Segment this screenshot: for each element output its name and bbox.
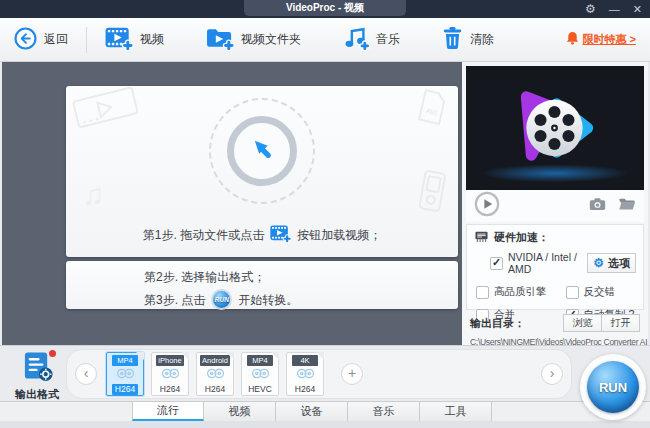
- toolbar-divider: [86, 27, 87, 53]
- run-button[interactable]: RUN: [587, 361, 639, 413]
- tab-music[interactable]: 音乐: [348, 402, 420, 421]
- titlebar: VideoProc - 视频 ⚙ — ✕: [0, 0, 650, 18]
- tab-video[interactable]: 视频: [204, 402, 276, 421]
- video-add-icon: [105, 26, 133, 54]
- output-directory-section: 输出目录： 浏览 打开 C:\Users\NINGMEI\Videos\Vide…: [470, 314, 640, 347]
- format-card-mp4-hevc[interactable]: MP4 HEVC: [241, 352, 279, 396]
- music-add-icon: [343, 26, 369, 54]
- add-music-button[interactable]: 音乐: [343, 26, 400, 54]
- load-circle-ring: [227, 116, 297, 186]
- promo-link[interactable]: 限时特惠 >: [566, 31, 636, 49]
- output-format-button[interactable]: 输出格式: [10, 351, 64, 402]
- output-format-doc-icon: [21, 368, 54, 385]
- reel-icon: [116, 366, 135, 384]
- clear-button[interactable]: 清除: [442, 26, 494, 53]
- main-workspace: AVI ♫ 第1步. 拖动文件或点击 按钮加载视频； 第2步. 选择输出格式； …: [2, 62, 462, 345]
- options-button[interactable]: ⚙ 选项: [587, 253, 636, 273]
- watermark-avi-file-icon: AVI: [414, 87, 450, 130]
- run-mini-icon: RUN: [211, 289, 232, 310]
- tab-device[interactable]: 设备: [276, 402, 348, 421]
- add-format-button[interactable]: +: [341, 363, 363, 385]
- preview-screen: [466, 66, 644, 190]
- bell-icon: [566, 31, 579, 49]
- output-directory-label: 输出目录：: [470, 316, 525, 331]
- format-card-mp4-h264[interactable]: MP4 H264: [106, 352, 144, 396]
- close-button[interactable]: ✕: [633, 0, 642, 18]
- checkbox-deinterlace[interactable]: 反交错: [566, 285, 636, 299]
- toolbar: 返回 视频 视频文件夹 音乐 清除 限时特惠 >: [0, 18, 650, 62]
- load-video-circle-button[interactable]: [209, 98, 315, 204]
- scroll-left-button[interactable]: ‹: [75, 363, 97, 385]
- format-tray: ‹ MP4 H264 iPhone H264 Android H264 MP4 …: [66, 349, 572, 399]
- svg-text:AVI: AVI: [425, 106, 438, 117]
- open-button[interactable]: 打开: [601, 314, 640, 332]
- add-video-folder-button[interactable]: 视频文件夹: [206, 26, 301, 54]
- back-arrow-icon: [14, 27, 37, 53]
- format-card-4k-h264[interactable]: 4K H264: [286, 352, 324, 396]
- checkbox-high-quality-engine[interactable]: 高品质引擎: [476, 285, 566, 299]
- play-button[interactable]: [474, 191, 500, 221]
- run-button-housing: RUN: [580, 354, 646, 420]
- back-button[interactable]: 返回: [14, 27, 68, 53]
- reel-icon: [206, 366, 225, 384]
- bottom-strip: [0, 421, 650, 428]
- bottombar: 输出格式 ‹ MP4 H264 iPhone H264 Android H264…: [0, 345, 650, 428]
- scroll-right-button[interactable]: ›: [541, 363, 563, 385]
- right-panel: 硬件加速： NVIDIA / Intel / AMD ⚙ 选项 高品质引擎 反交…: [462, 62, 648, 345]
- trash-icon: [442, 26, 463, 53]
- window-title: VideoProc - 视频: [244, 0, 406, 16]
- category-tabs: 流行 视频 设备 音乐 工具: [0, 401, 650, 421]
- notification-dot: [49, 350, 56, 357]
- format-card-iphone-h264[interactable]: iPhone H264: [151, 352, 189, 396]
- watermark-music-note-icon: ♫: [82, 178, 105, 212]
- step1-text: 第1步. 拖动文件或点击 按钮加载视频；: [66, 224, 458, 246]
- hardware-acceleration-box: 硬件加速： NVIDIA / Intel / AMD ⚙ 选项 高品质引擎 反交…: [466, 224, 644, 310]
- format-card-android-h264[interactable]: Android H264: [196, 352, 234, 396]
- reel-icon: [296, 366, 315, 384]
- minimize-button[interactable]: —: [609, 0, 620, 18]
- watermark-phone-icon: [416, 168, 448, 217]
- videoproc-logo: [466, 66, 644, 190]
- watermark-filmstrip-icon: [71, 85, 144, 136]
- tab-tools[interactable]: 工具: [420, 402, 492, 421]
- tab-popular[interactable]: 流行: [132, 402, 204, 421]
- step3-text: 第3步. 点击 RUN 开始转换。: [144, 289, 458, 310]
- cursor-arrow-icon: [250, 137, 275, 166]
- hardware-acceleration-title: 硬件加速：: [474, 230, 636, 245]
- snapshot-camera-button[interactable]: [589, 197, 606, 215]
- browse-button[interactable]: 浏览: [563, 314, 602, 332]
- add-video-button[interactable]: 视频: [105, 26, 164, 54]
- steps-panel: 第2步. 选择输出格式； 第3步. 点击 RUN 开始转换。: [66, 261, 458, 309]
- options-gear-icon: ⚙: [593, 256, 604, 270]
- chip-icon: [474, 230, 489, 245]
- reel-icon: [251, 366, 270, 384]
- preview-controls: [466, 190, 644, 222]
- video-add-mini-icon: [270, 224, 291, 246]
- settings-gear-icon[interactable]: ⚙: [585, 0, 596, 18]
- drop-zone[interactable]: AVI ♫ 第1步. 拖动文件或点击 按钮加载视频；: [66, 86, 458, 257]
- video-folder-add-icon: [206, 26, 234, 54]
- checkbox-gpu[interactable]: [490, 257, 503, 270]
- open-folder-button[interactable]: [618, 197, 636, 215]
- reel-icon: [161, 366, 180, 384]
- step2-text: 第2步. 选择输出格式；: [144, 268, 458, 286]
